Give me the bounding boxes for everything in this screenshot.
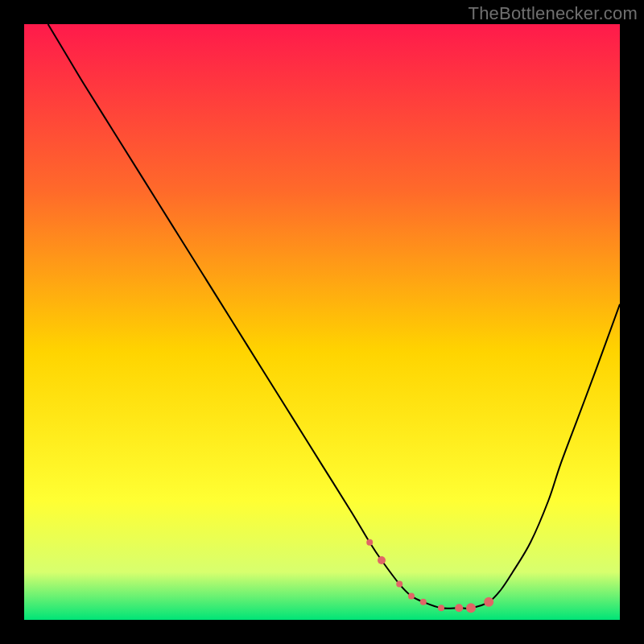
chart-area xyxy=(24,24,620,620)
marker-point xyxy=(408,592,415,599)
chart-svg xyxy=(24,24,620,620)
marker-point xyxy=(466,603,476,613)
watermark-text: TheBottlenecker.com xyxy=(469,3,638,24)
marker-point xyxy=(420,599,427,605)
marker-point xyxy=(396,581,402,588)
marker-point xyxy=(484,597,493,607)
marker-point xyxy=(438,605,444,611)
marker-point xyxy=(378,556,386,564)
gradient-background xyxy=(24,24,620,620)
marker-point xyxy=(455,604,463,612)
marker-point xyxy=(366,539,373,546)
